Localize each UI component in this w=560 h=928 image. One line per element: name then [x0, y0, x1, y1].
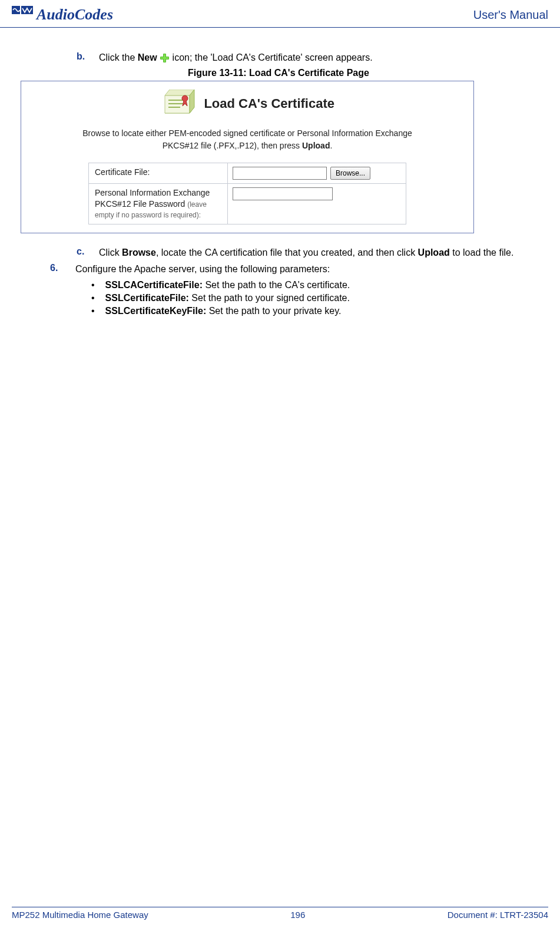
step-b-text: Click the New icon; the 'Load CA's Certi…	[99, 51, 536, 64]
step-c-bold2: Upload	[418, 247, 450, 257]
bullet-1-text: Set the path to your signed certificate.	[189, 293, 350, 303]
figure-form-table: Certificate File: Browse... Personal Inf…	[88, 163, 406, 224]
step-6-number: 6.	[50, 263, 65, 276]
bullet-1-label: SSLCertificateFile:	[105, 293, 189, 303]
step-c-letter: c.	[77, 246, 87, 259]
bullet-2-label: SSLCertificateKeyFile:	[105, 306, 207, 316]
certificate-icon	[160, 90, 195, 118]
list-item: • SSLCACertificateFile: Set the path to …	[91, 280, 536, 290]
pkcs12-password-input[interactable]	[233, 187, 333, 200]
apache-params-list: • SSLCACertificateFile: Set the path to …	[91, 280, 536, 316]
figure-info-line2b: Upload	[302, 141, 330, 150]
figure-title: Load CA's Certificate	[204, 96, 334, 111]
step-c: c. Click Browse, locate the CA certifica…	[77, 246, 536, 259]
figure-info-line1: Browse to locate either PEM-encoded sign…	[82, 128, 412, 138]
bullet-dot-icon: •	[91, 293, 95, 303]
step-6-text: Configure the Apache server, using the f…	[75, 263, 536, 276]
bullet-dot-icon: •	[91, 280, 95, 290]
brand-name: AudioCodes	[37, 6, 113, 24]
audiocodes-logo-icon	[12, 6, 33, 24]
certificate-file-label: Certificate File:	[89, 163, 228, 183]
step-c-bold1: Browse	[122, 247, 156, 257]
bullet-2-text: Set the path to your private key.	[206, 306, 341, 316]
certificate-file-input[interactable]	[233, 167, 327, 180]
list-item-text: SSLCACertificateFile: Set the path to th…	[105, 280, 350, 290]
list-item-text: SSLCertificateFile: Set the path to your…	[105, 293, 350, 303]
new-plus-icon	[160, 53, 170, 63]
step-b-pre: Click the	[99, 52, 138, 62]
bullet-0-text: Set the path to the CA's certificate.	[203, 280, 350, 290]
page-header: AudioCodes User's Manual	[0, 0, 560, 28]
figure-info-line2a: PKCS#12 file (.PFX,.P12), then press	[163, 141, 302, 150]
svg-rect-5	[161, 57, 168, 59]
bullet-dot-icon: •	[91, 306, 95, 316]
list-item-text: SSLCertificateKeyFile: Set the path to y…	[105, 306, 342, 316]
browse-button[interactable]: Browse...	[330, 167, 370, 180]
footer-document-number: Document #: LTRT-23504	[448, 910, 548, 920]
svg-point-13	[182, 95, 188, 101]
figure-row-password: Personal Information Exchange PKCS#12 Fi…	[89, 184, 406, 223]
pkcs12-password-label: Personal Information Exchange PKCS#12 Fi…	[89, 184, 228, 223]
header-doc-title: User's Manual	[473, 8, 548, 22]
bullet-0-label: SSLCACertificateFile:	[105, 280, 203, 290]
pkcs12-password-cell	[228, 184, 406, 223]
figure-load-ca-certificate: Load CA's Certificate Browse to locate e…	[21, 81, 474, 233]
page-content: b. Click the New icon; the 'Load CA's Ce…	[0, 28, 560, 316]
step-b-bold: New	[138, 52, 157, 62]
step-b: b. Click the New icon; the 'Load CA's Ce…	[77, 51, 536, 64]
after-figure-block: c. Click Browse, locate the CA certifica…	[68, 246, 536, 316]
footer-product-name: MP252 Multimedia Home Gateway	[12, 910, 148, 920]
figure-info-line2c: .	[330, 141, 332, 150]
step-c-text: Click Browse, locate the CA certificatio…	[99, 246, 536, 259]
brand-logo: AudioCodes	[12, 6, 113, 24]
page-footer: MP252 Multimedia Home Gateway 196 Docume…	[12, 907, 548, 920]
figure-caption: Figure 13-11: Load CA's Certificate Page	[21, 68, 536, 78]
svg-marker-8	[165, 90, 194, 95]
step-c-pre: Click	[99, 247, 122, 257]
step-c-mid: , locate the CA certification file that …	[156, 247, 418, 257]
step-c-post: to load the file.	[450, 247, 514, 257]
figure-info-text: Browse to locate either PEM-encoded sign…	[21, 127, 473, 163]
figure-header: Load CA's Certificate	[21, 81, 473, 127]
step-b-letter: b.	[77, 51, 87, 64]
step-b-post: icon; the 'Load CA's Certificate' screen…	[173, 52, 373, 62]
list-item: • SSLCertificateFile: Set the path to yo…	[91, 293, 536, 303]
figure-row-certfile: Certificate File: Browse...	[89, 163, 406, 184]
footer-page-number: 196	[290, 910, 305, 920]
certificate-file-cell: Browse...	[228, 163, 406, 183]
list-item: • SSLCertificateKeyFile: Set the path to…	[91, 306, 536, 316]
step-6: 6. Configure the Apache server, using th…	[68, 263, 536, 276]
